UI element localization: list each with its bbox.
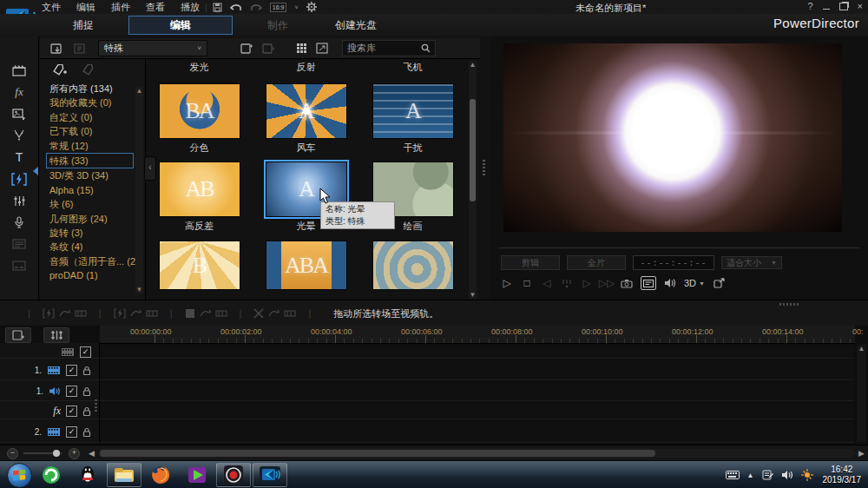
- tray-keyboard-icon[interactable]: [726, 471, 740, 479]
- category-item[interactable]: 已下载 (0): [49, 124, 145, 138]
- transition-thumbnail[interactable]: B: [159, 241, 240, 290]
- title-room-icon[interactable]: T: [9, 149, 30, 165]
- start-button[interactable]: [7, 463, 32, 488]
- taskbar-explorer-icon[interactable]: [107, 463, 141, 487]
- category-item[interactable]: 音频（适用于音... (2): [49, 254, 145, 268]
- track-height-button[interactable]: [43, 327, 69, 343]
- transition-thumbnail[interactable]: ABA: [266, 241, 347, 290]
- taskbar-powerdirector-icon[interactable]: [253, 463, 287, 487]
- close-button[interactable]: ×: [858, 1, 863, 11]
- tab-编辑[interactable]: 编辑: [128, 16, 233, 35]
- effect-room-icon[interactable]: fx: [9, 84, 30, 100]
- audio-mixing-room-icon[interactable]: [9, 193, 30, 208]
- panel-splitter-handle[interactable]: [483, 160, 485, 177]
- tab-创建光盘[interactable]: 创建光盘: [323, 16, 389, 34]
- scroll-up-icon[interactable]: ▲: [857, 345, 866, 353]
- timeline-vertical-scrollbar[interactable]: ▲: [857, 345, 866, 442]
- tab-捕捉[interactable]: 捕捉: [61, 16, 106, 34]
- transition-room-icon[interactable]: [9, 171, 30, 187]
- seek-button[interactable]: [561, 277, 573, 289]
- collapse-panel-button[interactable]: ‹: [144, 156, 156, 181]
- menu-item-播放[interactable]: 播放: [181, 1, 200, 14]
- taskbar-qq-icon[interactable]: [70, 463, 105, 487]
- track-lock-icon[interactable]: [82, 366, 91, 375]
- category-item[interactable]: 所有内容 (134): [49, 82, 145, 96]
- previous-frame-button[interactable]: ◁: [541, 277, 553, 289]
- tray-hidden-icons-arrow[interactable]: ▲: [747, 472, 754, 479]
- transition-thumbnail-高反差[interactable]: AB: [159, 162, 240, 217]
- track-enable-checkbox[interactable]: ✓: [66, 365, 77, 376]
- category-item[interactable]: 3D/类 3D (34): [49, 168, 145, 182]
- next-frame-button[interactable]: ▷: [581, 277, 593, 289]
- category-item[interactable]: 特殊 (33): [46, 153, 134, 168]
- category-item[interactable]: 几何图形 (24): [49, 212, 145, 226]
- help-button[interactable]: ?: [807, 1, 812, 11]
- menu-item-编辑[interactable]: 编辑: [76, 1, 95, 14]
- track-lock-icon[interactable]: [82, 386, 91, 396]
- panel-splitter-handle[interactable]: [779, 303, 799, 306]
- settings-gear-icon[interactable]: [306, 2, 317, 12]
- media-room-icon[interactable]: [9, 63, 30, 78]
- zoom-in-button[interactable]: +: [69, 448, 80, 459]
- zoom-out-button[interactable]: −: [7, 448, 18, 459]
- overlay-room-icon[interactable]: [9, 106, 30, 122]
- timeline-horizontal-scrollbar[interactable]: [98, 449, 855, 458]
- new-tag-icon[interactable]: [240, 43, 253, 55]
- particle-room-icon[interactable]: [9, 128, 30, 143]
- taskbar-recorder-icon[interactable]: [216, 463, 251, 487]
- menu-item-插件[interactable]: 插件: [111, 1, 130, 14]
- transition-thumbnail-干扰[interactable]: A: [372, 83, 454, 139]
- minimize-button[interactable]: [823, 3, 830, 10]
- restore-button[interactable]: [839, 3, 848, 10]
- search-input[interactable]: 搜索库: [342, 40, 436, 56]
- aspect-chevron-icon[interactable]: ˅: [294, 4, 298, 10]
- taskbar-mediaplayer-icon[interactable]: [180, 463, 214, 487]
- undock-preview-icon[interactable]: [713, 277, 725, 289]
- category-item[interactable]: proDAD (1): [49, 268, 145, 282]
- aspect-ratio-selector[interactable]: 16:9: [270, 3, 287, 12]
- category-item[interactable]: 自定义 (0): [49, 110, 145, 124]
- taskbar-360browser-icon[interactable]: [34, 463, 69, 487]
- category-scrollbar[interactable]: ▲ ▼: [135, 87, 143, 293]
- fast-forward-button[interactable]: ▷▷: [601, 277, 613, 289]
- menu-item-查看[interactable]: 查看: [146, 1, 165, 14]
- import-media-icon[interactable]: [50, 43, 64, 55]
- track-splitter-handle[interactable]: [95, 399, 97, 413]
- scroll-left-icon[interactable]: ◀: [89, 449, 95, 458]
- volume-icon[interactable]: [664, 277, 676, 289]
- timeline-track-lane-0[interactable]: [101, 346, 854, 359]
- scrollbar-thumb[interactable]: [100, 450, 655, 457]
- track-lock-icon[interactable]: [82, 427, 91, 437]
- stop-button[interactable]: □: [521, 277, 533, 289]
- add-tag-icon[interactable]: [52, 64, 68, 76]
- timeline-track-lane-4[interactable]: [101, 421, 854, 443]
- tray-ime-icon[interactable]: [801, 469, 813, 481]
- tray-action-center-icon[interactable]: [762, 470, 773, 480]
- undo-icon[interactable]: [230, 3, 242, 12]
- timeline-track-lane-3[interactable]: [101, 403, 854, 419]
- resize-thumbnails-icon[interactable]: [316, 43, 328, 54]
- track-enable-checkbox[interactable]: ✓: [80, 346, 91, 358]
- voiceover-room-icon[interactable]: [9, 214, 30, 230]
- track-enable-checkbox[interactable]: ✓: [66, 386, 77, 397]
- play-button[interactable]: ▷: [501, 277, 513, 289]
- scroll-right-icon[interactable]: ▶: [858, 449, 865, 458]
- preview-quality-button[interactable]: [641, 276, 656, 290]
- library-scrollbar[interactable]: ▲ ▼: [469, 61, 477, 299]
- track-enable-checkbox[interactable]: ✓: [66, 406, 77, 417]
- tray-volume-icon[interactable]: [781, 470, 793, 480]
- 3d-mode-button[interactable]: 3D▼: [684, 278, 705, 288]
- snapshot-camera-icon[interactable]: [621, 277, 633, 289]
- transition-thumbnail[interactable]: [372, 241, 454, 290]
- timeline-track-lane-1[interactable]: [101, 361, 854, 380]
- scroll-down-icon[interactable]: ▼: [469, 291, 477, 299]
- category-filter-dropdown[interactable]: 特殊 ˅: [98, 40, 207, 56]
- category-item[interactable]: Alpha (15): [49, 183, 145, 197]
- timeline-ruler[interactable]: 00:00:00:0000:00:02:0000:00:04:0000:00:0…: [100, 326, 855, 344]
- transition-thumbnail-风车[interactable]: A: [266, 83, 347, 139]
- scroll-down-icon[interactable]: ▼: [135, 286, 143, 293]
- taskbar-firefox-icon[interactable]: [143, 463, 178, 487]
- category-item[interactable]: 旋转 (3): [49, 226, 145, 240]
- save-icon[interactable]: [213, 3, 222, 12]
- timeline-zoom-slider[interactable]: [23, 452, 62, 454]
